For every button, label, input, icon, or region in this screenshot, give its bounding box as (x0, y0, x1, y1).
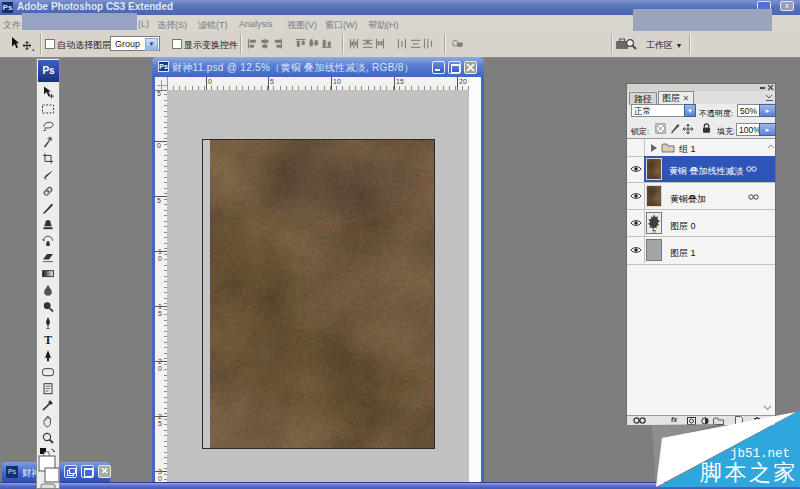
svg-text:脚本之家: 脚本之家 (700, 460, 798, 485)
svg-text:jb51.net: jb51.net (730, 447, 790, 461)
svg-text:T: T (44, 333, 52, 347)
